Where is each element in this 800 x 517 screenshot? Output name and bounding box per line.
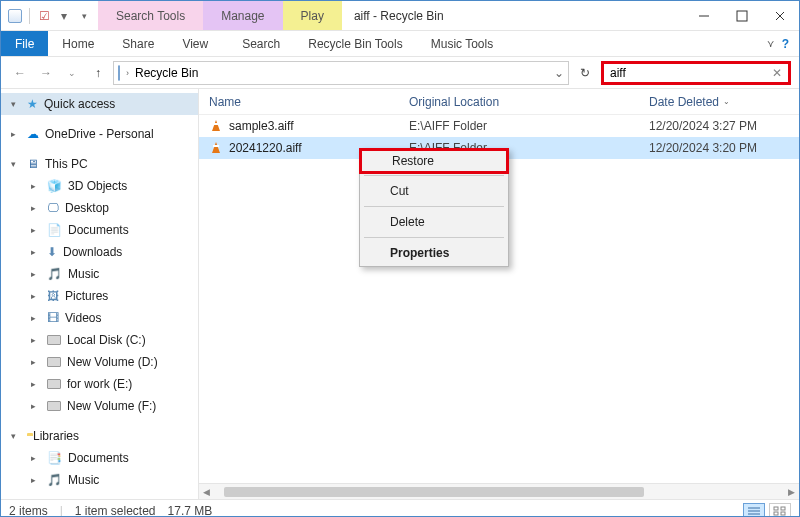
- ribbon-tab-recycle-bin-tools[interactable]: Recycle Bin Tools: [294, 31, 417, 56]
- sidebar-item-label: Quick access: [44, 97, 115, 111]
- nav-up-button[interactable]: ↑: [87, 62, 109, 84]
- sidebar-item[interactable]: ▸New Volume (D:): [1, 351, 198, 373]
- file-date-deleted: 12/20/2024 3:27 PM: [649, 119, 799, 133]
- ribbon-tab-home[interactable]: Home: [48, 31, 108, 56]
- file-icon: [209, 141, 223, 155]
- ribbon-tab-view[interactable]: View: [168, 31, 222, 56]
- expand-icon[interactable]: ▸: [31, 225, 41, 235]
- column-header-date-deleted[interactable]: Date Deleted ⌄: [649, 95, 799, 109]
- sidebar-item-onedrive[interactable]: ▸ ☁ OneDrive - Personal: [1, 123, 198, 145]
- expand-icon[interactable]: ▸: [11, 129, 21, 139]
- sidebar-item[interactable]: ▸🖵Desktop: [1, 197, 198, 219]
- expand-icon[interactable]: ▸: [31, 379, 41, 389]
- navigation-pane[interactable]: ▾ ★ Quick access ▸ ☁ OneDrive - Personal…: [1, 89, 199, 499]
- sidebar-item[interactable]: ▸New Volume (F:): [1, 395, 198, 417]
- context-tab-label: Manage: [221, 9, 264, 23]
- column-header-name[interactable]: Name: [209, 95, 409, 109]
- sidebar-item[interactable]: ▸🖼Pictures: [1, 285, 198, 307]
- sidebar-item-label: Local Disk (C:): [67, 333, 146, 347]
- breadcrumb[interactable]: Recycle Bin: [135, 66, 198, 80]
- refresh-button[interactable]: ↻: [573, 61, 597, 85]
- expand-icon[interactable]: ▸: [31, 401, 41, 411]
- sidebar-item[interactable]: ▸⬇Downloads: [1, 241, 198, 263]
- context-tab-search-tools[interactable]: Search Tools: [98, 1, 203, 30]
- ribbon-tab-share[interactable]: Share: [108, 31, 168, 56]
- sidebar-item-this-pc[interactable]: ▾ 🖥 This PC: [1, 153, 198, 175]
- svg-rect-8: [781, 507, 785, 510]
- sidebar-item[interactable]: ▸🎵Music: [1, 263, 198, 285]
- expand-icon[interactable]: ▾: [11, 431, 21, 441]
- sidebar-item-label: New Volume (D:): [67, 355, 158, 369]
- qat-dropdown-icon[interactable]: ▾: [56, 8, 72, 24]
- context-menu-restore[interactable]: Restore: [359, 148, 509, 174]
- sidebar-item[interactable]: ▸📑Documents: [1, 447, 198, 469]
- sidebar-item-label: OneDrive - Personal: [45, 127, 154, 141]
- context-menu-cut[interactable]: Cut: [360, 178, 508, 204]
- expand-icon[interactable]: ▾: [11, 99, 21, 109]
- address-dropdown-icon[interactable]: ⌄: [554, 66, 564, 80]
- context-menu-delete[interactable]: Delete: [360, 209, 508, 235]
- sidebar-item-libraries[interactable]: ▾ Libraries: [1, 425, 198, 447]
- file-original-location: E:\AIFF Folder: [409, 119, 649, 133]
- sort-indicator-icon: ⌄: [723, 97, 730, 106]
- expand-icon[interactable]: ▾: [11, 159, 21, 169]
- sidebar-item[interactable]: ▸for work (E:): [1, 373, 198, 395]
- ribbon-expand-icon[interactable]: ⋎: [767, 38, 774, 49]
- minimize-button[interactable]: [685, 1, 723, 30]
- expand-icon[interactable]: ▸: [31, 291, 41, 301]
- onedrive-icon: ☁: [27, 127, 39, 141]
- status-selected-count: 1 item selected: [75, 504, 156, 518]
- column-header-original-location[interactable]: Original Location: [409, 95, 649, 109]
- expand-icon[interactable]: ▸: [31, 453, 41, 463]
- search-box[interactable]: ✕: [601, 61, 791, 85]
- sidebar-item[interactable]: ▸🎞Videos: [1, 307, 198, 329]
- expand-icon[interactable]: ▸: [31, 335, 41, 345]
- address-bar[interactable]: › Recycle Bin ⌄: [113, 61, 569, 85]
- view-large-icons-button[interactable]: [769, 503, 791, 518]
- app-icon: [7, 8, 23, 24]
- sidebar-item-label: Libraries: [33, 429, 79, 443]
- column-header-label: Date Deleted: [649, 95, 719, 109]
- ribbon-tab-file[interactable]: File: [1, 31, 48, 56]
- expand-icon[interactable]: ▸: [31, 269, 41, 279]
- ribbon-tab-search[interactable]: Search: [228, 31, 294, 56]
- nav-back-button[interactable]: ←: [9, 62, 31, 84]
- expand-icon[interactable]: ▸: [31, 247, 41, 257]
- nav-recent-dropdown[interactable]: ⌄: [61, 62, 83, 84]
- expand-icon[interactable]: ▸: [31, 313, 41, 323]
- scrollbar-thumb[interactable]: [224, 487, 644, 497]
- context-tab-play[interactable]: Play: [283, 1, 342, 30]
- view-details-button[interactable]: [743, 503, 765, 518]
- status-selected-size: 17.7 MB: [168, 504, 213, 518]
- expand-icon[interactable]: ▸: [31, 181, 41, 191]
- sidebar-item[interactable]: ▸🧊3D Objects: [1, 175, 198, 197]
- sidebar-item-quick-access[interactable]: ▾ ★ Quick access: [1, 93, 198, 115]
- search-input[interactable]: [610, 66, 772, 80]
- expand-icon[interactable]: ▸: [31, 357, 41, 367]
- sidebar-item-label: Desktop: [65, 201, 109, 215]
- context-menu-separator: [364, 237, 504, 238]
- ribbon-tab-music-tools[interactable]: Music Tools: [417, 31, 507, 56]
- help-icon[interactable]: ?: [782, 37, 789, 51]
- nav-forward-button[interactable]: →: [35, 62, 57, 84]
- library-icon: 🎵: [47, 473, 62, 487]
- context-menu-properties[interactable]: Properties: [360, 240, 508, 266]
- expand-icon[interactable]: ▸: [31, 203, 41, 213]
- sidebar-item[interactable]: ▸🎵Music: [1, 469, 198, 491]
- horizontal-scrollbar[interactable]: ◀ ▶: [199, 483, 799, 499]
- breadcrumb-chevron-icon[interactable]: ›: [126, 68, 129, 78]
- context-tab-manage[interactable]: Manage: [203, 1, 282, 30]
- close-button[interactable]: [761, 1, 799, 30]
- context-tab-label: Play: [301, 9, 324, 23]
- sidebar-item[interactable]: ▸Local Disk (C:): [1, 329, 198, 351]
- search-clear-icon[interactable]: ✕: [772, 66, 782, 80]
- maximize-button[interactable]: [723, 1, 761, 30]
- file-name: 20241220.aiff: [229, 141, 302, 155]
- sidebar-item[interactable]: ▸📄Documents: [1, 219, 198, 241]
- qat-overflow-icon[interactable]: ▾: [76, 8, 92, 24]
- qat-properties-icon[interactable]: ☑: [36, 8, 52, 24]
- scroll-left-icon[interactable]: ◀: [203, 487, 210, 497]
- table-row[interactable]: sample3.aiff E:\AIFF Folder 12/20/2024 3…: [199, 115, 799, 137]
- scroll-right-icon[interactable]: ▶: [788, 487, 795, 497]
- expand-icon[interactable]: ▸: [31, 475, 41, 485]
